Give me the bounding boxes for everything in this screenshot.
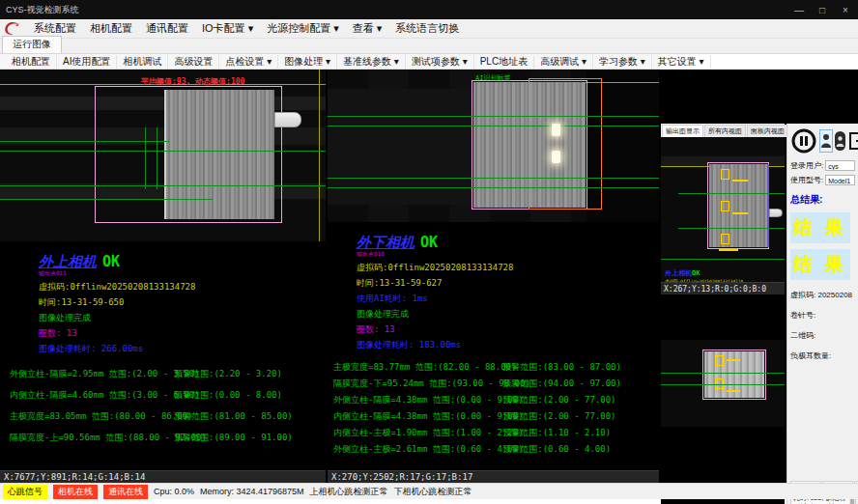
view-tab-strip: 运行图像 [0, 39, 858, 54]
measure-line-green [0, 185, 326, 186]
measure-line-green [661, 259, 785, 260]
menu-item[interactable]: 通讯配置 [139, 19, 195, 38]
window-title: CYS-视觉检测系统 [6, 4, 79, 16]
marker-box-yellow [721, 169, 729, 180]
measurement-warn-range: 预警范围:(81.00 - 85.00) [174, 406, 293, 427]
needle-no-field: 卷针号: [790, 310, 855, 321]
measurement-value: 内侧立柱-主极=1.90mm 范围:(1.00 - 2.20) [333, 425, 502, 441]
time-line: 时间:13-31-59-650 [39, 296, 326, 309]
result-ok-badge: OK [420, 234, 438, 251]
user-profile-button[interactable] [835, 131, 845, 151]
measure-line-green [328, 126, 659, 126]
measure-line-green [661, 384, 785, 385]
result-block-lower: 结 果 [790, 249, 850, 280]
toolbar-item[interactable]: 测试项参数 ▾ [406, 55, 474, 69]
left-camera-image: 平均阈值:93, 动态阈值:100 [0, 70, 326, 241]
ai-time-line: 使用AI耗时: 1ms [357, 293, 659, 305]
left-pixel-coordinates: X:7677;Y:891;R:14;G:14;B:14 [0, 470, 326, 483]
measure-line-green [328, 178, 659, 179]
menu-item[interactable]: 系统语言切换 [388, 19, 466, 38]
model-input[interactable]: Model1 [825, 175, 855, 185]
toolbar-item[interactable]: 其它设置 ▾ [652, 55, 711, 69]
minimize-button[interactable]: — [792, 5, 806, 15]
user-dark-icon [836, 135, 844, 148]
measurement-warn-range: 预警范围:(0.00 - 8.00) [174, 384, 282, 406]
measurement-value: 外侧立柱-主极=2.61mm 范围:(0.60 - 4.00) [333, 441, 502, 458]
measurement-value: 主极宽度=83.77mm 范围:(82.00 - 88.00) [333, 359, 502, 376]
model-row: 使用型号: Model1 [790, 175, 855, 185]
needle-no-label: 卷针号: [790, 311, 815, 320]
app-window: CYS-视觉检测系统 — □ × 系统配置相机配置通讯配置IO卡配置 ▾光源控制… [0, 0, 858, 504]
toolbar-item[interactable]: 相机配置 [6, 55, 57, 69]
count-line: 圈数: 13 [39, 327, 326, 340]
marker-label-yellow [727, 359, 740, 361]
measurement-row: 主极宽度=83.05mm 范围:(80.00 - 86.00) 预警范围:(81… [10, 406, 326, 427]
aux-top-pixel-coordinates: X:267;Y:13;R:0;G:0;B:0 [661, 282, 785, 294]
aux-tab-panel-views[interactable]: 面板内视图 [747, 125, 788, 137]
measure-line-green [661, 373, 785, 374]
pause-button[interactable] [790, 127, 817, 154]
measurement-warn-range: 预警范围:(2.00 - 77.00) [502, 408, 615, 425]
measurement-warn-range: 预警范围:(2.00 - 77.00) [502, 392, 615, 408]
barcode-line: 虚拟码:0fflinw20250208133134728 [357, 262, 659, 274]
measurement-list: 主极宽度=83.77mm 范围:(82.00 - 88.00) 预警范围:(83… [333, 359, 659, 458]
measurement-value: 隔膜宽度-上=90.56mm 范围:(88.00 - 92.00) [10, 427, 174, 448]
toolbar-item[interactable]: AI使用配置 [57, 55, 117, 69]
cell-block [709, 164, 767, 247]
toolbar-item[interactable]: 高级设置 [168, 55, 219, 69]
title-bar: CYS-视觉检测系统 — □ × [0, 0, 858, 19]
marker-box-yellow [721, 201, 729, 211]
toolbar-item[interactable]: 学习参数 ▾ [593, 55, 652, 69]
measurement-row: 内侧立柱-隔膜=4.60mm 范围:(3.00 - 6.00) 预警范围:(0.… [10, 384, 326, 406]
maximize-button[interactable]: □ [815, 5, 829, 15]
measurement-warn-range: 预警范围:(89.00 - 91.00) [174, 427, 293, 448]
measurement-value: 内侧立柱-隔膜=4.60mm 范围:(3.00 - 6.00) [10, 384, 174, 406]
toolbar-item[interactable]: 高级调试 ▾ [534, 55, 593, 69]
exit-button[interactable] [847, 130, 858, 152]
count-line: 圈数: 13 [357, 323, 659, 336]
login-label: 登录用户: [790, 160, 823, 171]
menu-item[interactable]: 光源控制配置 ▾ [260, 19, 346, 38]
measurement-list: 外侧立柱-隔膜=2.95mm 范围:(2.00 - 3.50) 预警范围:(2.… [10, 363, 326, 448]
menu-item[interactable]: 查看 ▾ [346, 19, 389, 38]
aux-tab-all-views[interactable]: 所有内视图 [704, 125, 746, 137]
threshold-overlay-text: 平均阈值:93, 动态阈值:100 [141, 76, 244, 87]
tab-run-image[interactable]: 运行图像 [2, 36, 62, 53]
qrcode-field: 二维码: [790, 330, 855, 341]
menu-item[interactable]: IO卡配置 ▾ [195, 19, 260, 38]
control-buttons [790, 127, 855, 154]
measurement-row: 外侧立柱-隔膜=4.38mm 范围:(0.00 - 9.00) 预警范围:(2.… [333, 392, 659, 408]
menu-bar: 系统配置相机配置通讯配置IO卡配置 ▾光源控制配置 ▾查看 ▾系统语言切换 [0, 19, 858, 39]
probe-connector [274, 112, 301, 127]
measure-line-green [328, 116, 659, 117]
exit-door-icon [848, 132, 858, 150]
toolbar-item[interactable]: 点检设置 ▾ [219, 55, 278, 69]
control-panel: 登录用户: cys 使用型号: Model1 总结果: 结 果 结 果 虚拟码:… [786, 124, 858, 504]
virtual-code-label: 虚拟码: [790, 291, 815, 299]
measurement-warn-range: 预警范围:(1.10 - 2.10) [502, 425, 611, 441]
toolbar-item[interactable]: PLC地址表 [474, 55, 534, 69]
model-label: 使用型号: [790, 175, 823, 185]
toolbar-item[interactable]: 图像处理 ▾ [278, 55, 337, 69]
menu-items: 系统配置相机配置通讯配置IO卡配置 ▾光源控制配置 ▾查看 ▾系统语言切换 [27, 19, 466, 38]
close-button[interactable]: × [839, 5, 852, 15]
measurement-value: 主极宽度=83.05mm 范围:(80.00 - 86.00) [10, 406, 174, 427]
weld-glow-spot [552, 124, 560, 136]
toolbar-item[interactable]: 相机调试 [117, 55, 168, 69]
aux-tab-strip: 输出图显示 所有内视图 面板内视图 [661, 124, 785, 137]
aux-tab-output[interactable]: 输出图显示 [662, 125, 703, 137]
menu-item[interactable]: 相机配置 [83, 19, 139, 38]
measurement-warn-range: 预警范围:(0.60 - 4.00) [502, 441, 611, 458]
aux-top-camera-image: 外上相机OK 虚拟码:0fflinw20250208133134728 图像处理… [661, 137, 785, 282]
status-line: 图像处理完成 [39, 312, 326, 324]
pause-icon [791, 128, 816, 154]
marker-label-yellow [732, 212, 748, 214]
login-input[interactable]: cys [825, 160, 855, 171]
user-login-button[interactable] [819, 129, 833, 153]
measurement-row: 主极宽度=83.77mm 范围:(82.00 - 88.00) 预警范围:(83… [333, 359, 659, 376]
measure-line-green [678, 228, 785, 229]
center-pixel-coordinates: X:270;Y:2502;R:17;G:17;B:17 [328, 470, 659, 483]
toolbar-item[interactable]: 基准线参数 ▾ [337, 55, 406, 69]
heartbeat-badge: 心跳信号 [3, 485, 47, 499]
measure-line-green [678, 193, 785, 194]
